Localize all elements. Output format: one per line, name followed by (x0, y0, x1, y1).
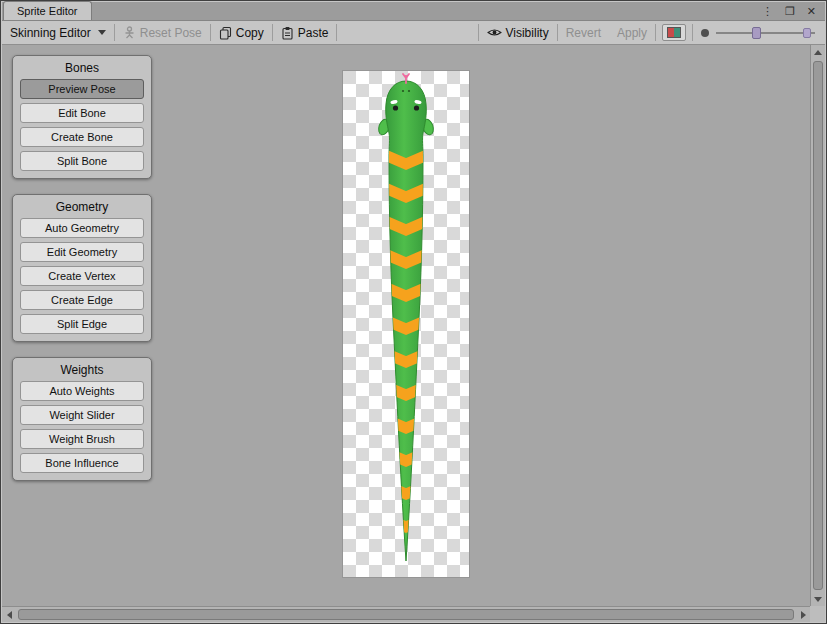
sprite-texture-view[interactable] (343, 71, 469, 577)
visibility-label: Visibility (506, 26, 549, 40)
split-edge-button[interactable]: Split Edge (20, 314, 144, 334)
horizontal-scrollbar[interactable] (2, 606, 810, 622)
weight-brush-button[interactable]: Weight Brush (20, 429, 144, 449)
panel-weights-title: Weights (13, 358, 151, 381)
scroll-down-button[interactable] (811, 592, 825, 606)
edit-bone-button[interactable]: Edit Bone (20, 103, 144, 123)
close-icon[interactable]: ✕ (807, 6, 816, 17)
horizontal-scrollbar-thumb[interactable] (18, 609, 794, 620)
preview-pose-button[interactable]: Preview Pose (20, 79, 144, 99)
edit-geometry-button[interactable]: Edit Geometry (20, 242, 144, 262)
toolbar: Skinning Editor Reset Pose Copy (2, 21, 825, 45)
kebab-menu-icon[interactable]: ⋮ (762, 6, 773, 17)
scroll-right-button[interactable] (796, 608, 810, 622)
rgb-channels-button[interactable] (662, 24, 686, 41)
zoom-slider-end-mark (803, 28, 811, 38)
eye-icon (487, 27, 502, 38)
panel-bones-title: Bones (13, 56, 151, 79)
toolbar-right-group: Visibility Revert Apply (478, 21, 826, 44)
panel-weights: Weights Auto Weights Weight Slider Weigh… (12, 357, 152, 481)
canvas-area[interactable]: Bones Preview Pose Edit Bone Create Bone… (2, 45, 810, 606)
weight-slider-button[interactable]: Weight Slider (20, 405, 144, 425)
bone-influence-button[interactable]: Bone Influence (20, 453, 144, 473)
scroll-left-button[interactable] (2, 608, 16, 622)
skinning-editor-label: Skinning Editor (10, 26, 91, 40)
scroll-up-button[interactable] (811, 45, 825, 59)
window-controls: ⋮ ❐ ✕ (762, 2, 825, 20)
skinning-editor-dropdown[interactable]: Skinning Editor (2, 21, 114, 44)
scroll-up-icon (814, 50, 822, 55)
split-bone-button[interactable]: Split Bone (20, 151, 144, 171)
auto-weights-button[interactable]: Auto Weights (20, 381, 144, 401)
zoom-slider[interactable] (693, 21, 825, 44)
chevron-down-icon (98, 30, 106, 35)
tab-strip: Sprite Editor ⋮ ❐ ✕ (2, 2, 825, 21)
visibility-button[interactable]: Visibility (479, 21, 557, 44)
revert-button[interactable]: Revert (558, 21, 609, 44)
reset-pose-icon (123, 26, 136, 39)
zoom-slider-track[interactable] (716, 32, 815, 34)
create-bone-button[interactable]: Create Bone (20, 127, 144, 147)
apply-button[interactable]: Apply (609, 21, 655, 44)
scrollbar-corner (810, 606, 825, 622)
tab-sprite-editor[interactable]: Sprite Editor (3, 1, 92, 20)
panel-bones: Bones Preview Pose Edit Bone Create Bone… (12, 55, 152, 179)
create-vertex-button[interactable]: Create Vertex (20, 266, 144, 286)
scroll-down-icon (814, 597, 822, 602)
create-edge-button[interactable]: Create Edge (20, 290, 144, 310)
vertical-scrollbar-thumb[interactable] (813, 61, 823, 590)
toolbar-separator (655, 24, 656, 41)
copy-button[interactable]: Copy (211, 21, 272, 44)
paste-icon (281, 26, 294, 40)
toolbar-separator (336, 24, 337, 41)
copy-icon (219, 26, 232, 40)
snake-sprite (343, 71, 469, 577)
rgb-channels-icon (667, 27, 681, 38)
reset-pose-button[interactable]: Reset Pose (115, 21, 210, 44)
auto-geometry-button[interactable]: Auto Geometry (20, 218, 144, 238)
paste-button[interactable]: Paste (273, 21, 337, 44)
panel-geometry: Geometry Auto Geometry Edit Geometry Cre… (12, 194, 152, 342)
reset-pose-label: Reset Pose (140, 26, 202, 40)
vertical-scrollbar[interactable] (810, 45, 825, 606)
copy-label: Copy (236, 26, 264, 40)
paste-label: Paste (298, 26, 329, 40)
scroll-left-icon (7, 611, 12, 619)
sprite-editor-window: Sprite Editor ⋮ ❐ ✕ Skinning Editor Rese… (0, 0, 827, 624)
revert-label: Revert (566, 26, 601, 40)
panel-geometry-title: Geometry (13, 195, 151, 218)
zoom-dot-icon (701, 29, 709, 37)
scroll-right-icon (801, 611, 806, 619)
zoom-slider-thumb[interactable] (752, 27, 761, 39)
apply-label: Apply (617, 26, 647, 40)
tab-title: Sprite Editor (17, 5, 78, 17)
maximize-icon[interactable]: ❐ (785, 6, 795, 17)
